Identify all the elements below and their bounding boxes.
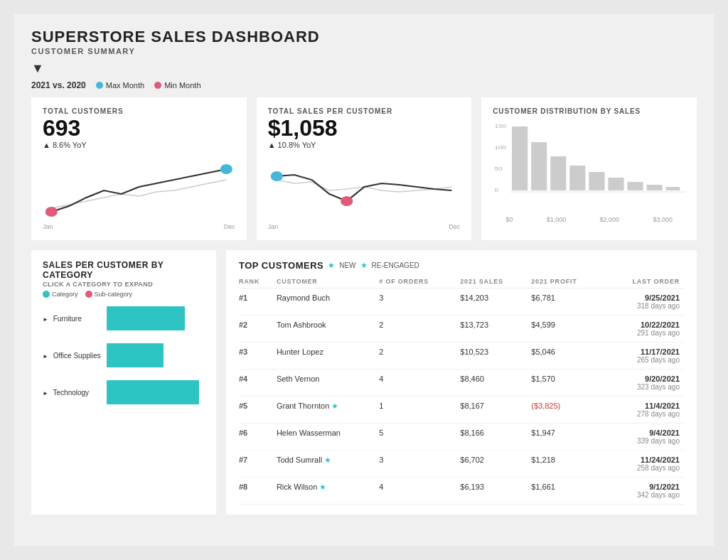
profit-cell: $4,599 — [531, 316, 606, 343]
sales-cell: $8,167 — [460, 397, 531, 424]
tech-bar-container — [107, 380, 205, 404]
chart-dec-label: Dec — [224, 223, 235, 230]
customer-name: Seth Vernon — [277, 370, 379, 397]
top-row: TOTAL CUSTOMERS 693 ▲ 8.6% YoY Jan Dec — [31, 97, 697, 240]
legend-subcategory-label: Sub-category — [95, 291, 133, 298]
rank-cell: #6 — [239, 424, 277, 451]
last-order-cell: 11/17/2021 265 days ago — [606, 343, 684, 370]
pink-dot-sub — [85, 291, 92, 298]
table-row: #2 Tom Ashbrook 2 $13,723 $4,599 10/22/2… — [239, 316, 684, 343]
orders-cell: 5 — [379, 424, 460, 451]
office-supplies-row[interactable]: ► Office Supplies — [43, 343, 205, 367]
furniture-arrow: ► — [43, 316, 48, 323]
dashboard: SUPERSTORE SALES DASHBOARD CUSTOMER SUMM… — [14, 14, 714, 546]
rank-cell: #8 — [239, 478, 277, 505]
orders-cell: 2 — [379, 316, 460, 343]
svg-rect-16 — [666, 187, 680, 190]
order-days: 258 days ago — [606, 464, 680, 472]
rank-cell: #5 — [239, 397, 277, 424]
order-days: 342 days ago — [606, 491, 680, 499]
table-row: #3 Hunter Lopez 2 $10,523 $5,046 11/17/2… — [239, 343, 684, 370]
teal-dot — [43, 291, 50, 298]
tech-arrow: ► — [43, 390, 48, 397]
svg-point-2 — [270, 171, 282, 181]
customer-name: Raymond Buch — [277, 289, 379, 316]
furniture-row[interactable]: ► Furniture — [43, 306, 205, 330]
sales-cell: $8,460 — [460, 370, 531, 397]
customer-name: Tom Ashbrook — [277, 316, 379, 343]
rank-cell: #3 — [239, 343, 277, 370]
last-order-cell: 9/25/2021 318 days ago — [606, 289, 684, 316]
office-supplies-label: ► Office Supplies — [43, 352, 107, 360]
office-bar — [107, 343, 164, 367]
col-rank: RANK — [239, 275, 277, 289]
col-orders: # OF ORDERS — [379, 275, 460, 289]
sales-cell: $13,723 — [460, 316, 531, 343]
orders-cell: 4 — [379, 478, 460, 505]
customers-chart: Jan Dec — [43, 155, 235, 230]
customers-table: RANK CUSTOMER # OF ORDERS 2021 SALES 202… — [239, 275, 684, 505]
total-customers-title: TOTAL CUSTOMERS — [43, 107, 235, 115]
orders-cell: 2 — [379, 343, 460, 370]
table-row: #5 Grant Thornton ★ 1 $8,167 ($3,825) 11… — [239, 397, 684, 424]
customer-name: Helen Wasserman — [277, 424, 379, 451]
order-date: 9/25/2021 — [606, 294, 680, 302]
legend-category-label: Category — [52, 291, 78, 298]
category-panel-title: SALES PER CUSTOMER BY CATEGORY — [43, 260, 205, 280]
profit-cell: ($3,825) — [531, 397, 606, 424]
category-legend: Category Sub-category — [43, 291, 205, 298]
category-panel: SALES PER CUSTOMER BY CATEGORY CLICK A C… — [31, 250, 216, 515]
total-sales-value: $1,058 — [268, 117, 461, 139]
svg-rect-13 — [609, 178, 624, 190]
svg-point-3 — [341, 196, 353, 206]
order-date: 9/20/2021 — [606, 375, 680, 383]
legend-subcategory: Sub-category — [85, 291, 133, 298]
distribution-title: CUSTOMER DISTRIBUTION BY SALES — [493, 107, 685, 115]
orders-cell: 3 — [379, 289, 460, 316]
svg-point-1 — [46, 207, 58, 217]
rank-cell: #7 — [239, 451, 277, 478]
order-date: 9/4/2021 — [606, 429, 680, 437]
table-row: #7 Todd Sumrall ★ 3 $6,702 $1,218 11/24/… — [239, 451, 684, 478]
total-sales-card: TOTAL SALES PER CUSTOMER $1,058 ▲ 10.8% … — [257, 97, 472, 240]
sales-chart: Jan Dec — [268, 155, 461, 230]
sales-cell: $6,193 — [460, 478, 531, 505]
reengaged-label: RE-ENGAGED — [372, 262, 419, 269]
profit-cell: $6,781 — [531, 289, 606, 316]
header-section: SUPERSTORE SALES DASHBOARD CUSTOMER SUMM… — [31, 28, 697, 55]
customer-name: Hunter Lopez — [277, 343, 379, 370]
table-row: #4 Seth Vernon 4 $8,460 $1,570 9/20/2021… — [239, 370, 684, 397]
bottom-row: SALES PER CUSTOMER BY CATEGORY CLICK A C… — [31, 250, 697, 515]
order-days: 339 days ago — [606, 437, 680, 445]
table-row: #1 Raymond Buch 3 $14,203 $6,781 9/25/20… — [239, 289, 684, 316]
office-arrow: ► — [43, 353, 48, 360]
sales-cell: $10,523 — [460, 343, 531, 370]
last-order-cell: 9/20/2021 323 days ago — [606, 370, 684, 397]
order-days: 265 days ago — [606, 356, 680, 364]
dist-x-2000: $2,000 — [600, 216, 620, 223]
col-sales: 2021 SALES — [460, 275, 531, 289]
svg-rect-15 — [647, 185, 663, 190]
filter-icon[interactable]: ▼ — [31, 61, 697, 76]
legend-min-label: Min Month — [164, 81, 200, 90]
order-days: 291 days ago — [606, 329, 680, 337]
legend-max: Max Month — [96, 81, 144, 90]
sales-chart-dec: Dec — [449, 223, 460, 230]
chart-jan-label: Jan — [43, 223, 53, 230]
technology-row[interactable]: ► Technology — [43, 380, 205, 404]
dist-x-0: $0 — [505, 216, 513, 223]
total-customers-card: TOTAL CUSTOMERS 693 ▲ 8.6% YoY Jan Dec — [31, 97, 247, 240]
table-row: #6 Helen Wasserman 5 $8,166 $1,947 9/4/2… — [239, 424, 684, 451]
rank-cell: #2 — [239, 316, 277, 343]
order-days: 318 days ago — [606, 302, 680, 310]
dashboard-title: SUPERSTORE SALES DASHBOARD — [31, 28, 697, 45]
sales-cell: $6,702 — [460, 451, 531, 478]
total-sales-yoy: ▲ 10.8% YoY — [268, 141, 461, 149]
customer-name: Todd Sumrall ★ — [277, 451, 379, 478]
svg-rect-10 — [551, 156, 567, 190]
profit-cell: $1,218 — [531, 451, 606, 478]
top-customers-header-row: TOP CUSTOMERS ★ NEW ★ RE-ENGAGED — [239, 260, 684, 271]
col-profit: 2021 PROFIT — [531, 275, 606, 289]
legend-category: Category — [43, 291, 78, 298]
top-customers-title: TOP CUSTOMERS — [239, 260, 323, 271]
